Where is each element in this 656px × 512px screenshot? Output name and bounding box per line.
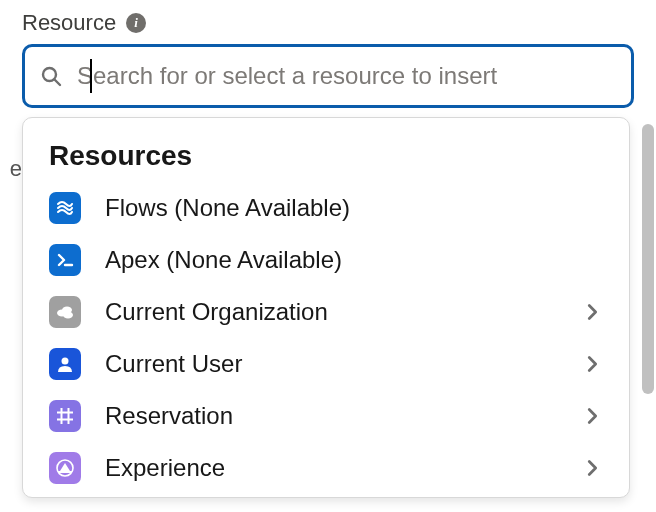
chevron-right-icon bbox=[581, 405, 603, 427]
chevron-right-icon bbox=[581, 457, 603, 479]
dropdown-item-label: Current Organization bbox=[105, 298, 557, 326]
org-icon bbox=[49, 296, 81, 328]
experience-icon bbox=[49, 452, 81, 484]
dropdown-item-reservation[interactable]: Reservation bbox=[23, 390, 629, 442]
svg-point-6 bbox=[62, 358, 69, 365]
chevron-right-icon bbox=[581, 353, 603, 375]
scrollbar-thumb[interactable] bbox=[642, 124, 654, 394]
dropdown-item-label: Experience bbox=[105, 454, 557, 482]
dropdown-item-label: Flows (None Available) bbox=[105, 194, 603, 222]
dropdown-item-flows[interactable]: Flows (None Available) bbox=[23, 182, 629, 234]
svg-rect-12 bbox=[58, 471, 72, 473]
flow-icon bbox=[49, 192, 81, 224]
resource-dropdown: Resources Flows (None Available) Apex (N… bbox=[22, 117, 630, 498]
dropdown-item-current-organization[interactable]: Current Organization bbox=[23, 286, 629, 338]
dropdown-item-label: Apex (None Available) bbox=[105, 246, 603, 274]
dropdown-item-apex[interactable]: Apex (None Available) bbox=[23, 234, 629, 286]
background-text-fragment: e bbox=[0, 134, 22, 204]
user-icon bbox=[49, 348, 81, 380]
text-cursor bbox=[90, 59, 92, 93]
dropdown-heading: Resources bbox=[23, 140, 629, 182]
chevron-right-icon bbox=[581, 301, 603, 323]
resource-field: Resource i bbox=[0, 0, 656, 108]
dropdown-item-label: Reservation bbox=[105, 402, 557, 430]
resource-combobox[interactable] bbox=[22, 44, 634, 108]
info-icon[interactable]: i bbox=[126, 13, 146, 33]
reservation-icon bbox=[49, 400, 81, 432]
field-label-row: Resource i bbox=[22, 10, 634, 36]
dropdown-item-current-user[interactable]: Current User bbox=[23, 338, 629, 390]
search-icon bbox=[39, 64, 63, 88]
dropdown-item-label: Current User bbox=[105, 350, 557, 378]
apex-icon bbox=[49, 244, 81, 276]
svg-point-5 bbox=[63, 312, 73, 319]
dropdown-item-experience[interactable]: Experience bbox=[23, 442, 629, 494]
svg-line-1 bbox=[55, 80, 61, 86]
field-label: Resource bbox=[22, 10, 116, 36]
resource-search-input[interactable] bbox=[77, 62, 617, 90]
